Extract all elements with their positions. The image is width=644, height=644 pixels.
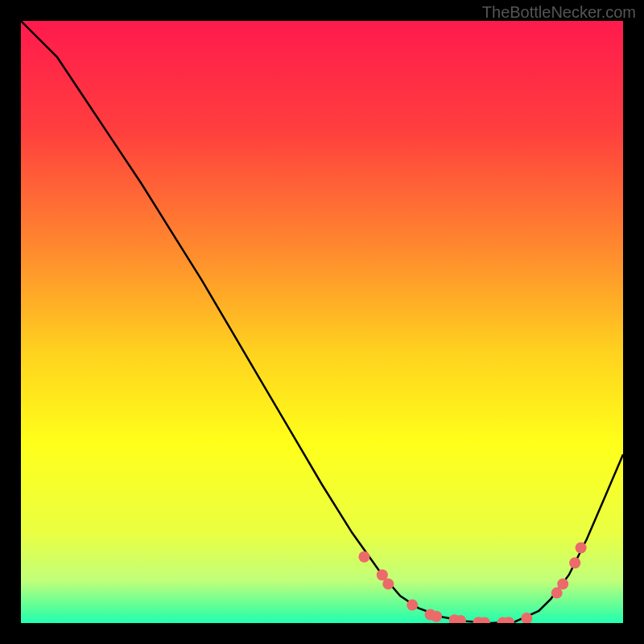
marker-point: [358, 551, 369, 563]
marker-point: [407, 600, 418, 611]
marker-point: [557, 578, 568, 589]
curve-layer: [21, 21, 623, 623]
plot-area: [21, 21, 623, 623]
marker-point: [569, 557, 580, 568]
watermark-text: TheBottleNecker.com: [482, 3, 636, 22]
marker-point: [382, 578, 394, 589]
bottleneck-curve: [21, 21, 623, 623]
marker-point: [431, 611, 442, 622]
marker-point: [576, 543, 587, 554]
highlight-markers: [358, 543, 586, 624]
